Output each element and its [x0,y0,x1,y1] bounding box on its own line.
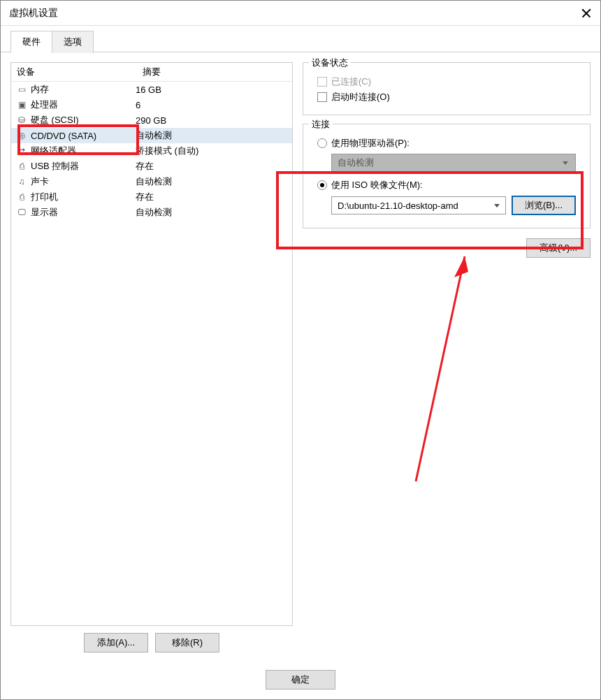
table-row-sound[interactable]: ♫ 声卡 自动检测 [11,174,292,189]
disk-icon: ⛁ [15,114,28,126]
table-row-disk[interactable]: ⛁ 硬盘 (SCSI) 290 GB [11,112,292,128]
browse-button[interactable]: 浏览(B)... [512,196,576,215]
use-iso-radio-row[interactable]: 使用 ISO 映像文件(M): [317,179,576,191]
window-title: 虚拟机设置 [9,7,581,20]
vm-settings-window: 虚拟机设置 硬件 选项 设备 摘要 ▭ 内存 16 GB ▣ [0,0,601,700]
use-physical-label: 使用物理驱动器(P): [331,137,410,150]
tab-bar: 硬件 选项 [1,26,600,52]
content-area: 设备 摘要 ▭ 内存 16 GB ▣ 处理器 6 ⛁ [1,52,600,662]
connect-poweron-checkbox-row[interactable]: 启动时连接(O) [317,91,576,103]
radio-icon [317,138,327,148]
iso-path-row: D:\ubuntu-21.10-desktop-amd 浏览(B)... [331,196,576,215]
memory-icon: ▭ [15,83,28,96]
hardware-table: 设备 摘要 ▭ 内存 16 GB ▣ 处理器 6 ⛁ [10,62,293,626]
connect-poweron-label: 启动时连接(O) [331,91,390,103]
dialog-footer: 确定 [1,662,600,699]
table-row-display[interactable]: 🖵 显示器 自动检测 [11,205,292,220]
table-row-cddvd[interactable]: ◎ CD/DVD (SATA) 自动检测 [11,128,292,143]
use-iso-label: 使用 ISO 映像文件(M): [331,179,423,191]
hardware-table-body: ▭ 内存 16 GB ▣ 处理器 6 ⛁ 硬盘 (SCSI) 290 GB [11,82,292,625]
connected-label: 已连接(C) [331,75,371,88]
col-device: 设备 [11,63,137,81]
device-status-title: 设备状态 [309,57,351,69]
checkbox-icon [317,92,327,102]
device-status-group: 设备状态 已连接(C) 启动时连接(O) [303,62,591,115]
table-row-cpu[interactable]: ▣ 处理器 6 [11,97,292,112]
cpu-icon: ▣ [15,99,28,111]
connected-checkbox-row[interactable]: 已连接(C) [317,75,576,88]
network-icon: ⇄ [15,145,28,157]
hardware-list-panel: 设备 摘要 ▭ 内存 16 GB ▣ 处理器 6 ⛁ [10,62,293,655]
advanced-button[interactable]: 高级(V)... [526,238,591,258]
printer-icon: ⎙ [15,191,28,203]
table-row-usb[interactable]: ⎙ USB 控制器 存在 [11,159,292,174]
advanced-row: 高级(V)... [303,237,591,259]
add-button[interactable]: 添加(A)... [84,633,148,652]
sound-icon: ♫ [15,175,28,188]
usb-icon: ⎙ [15,160,28,173]
table-row-printer[interactable]: ⎙ 打印机 存在 [11,189,292,205]
iso-path-select[interactable]: D:\ubuntu-21.10-desktop-amd [331,196,506,214]
display-icon: 🖵 [15,206,28,219]
connection-group: 连接 使用物理驱动器(P): 自动检测 使用 ISO 映像文件(M): D:\u… [303,124,591,228]
use-physical-radio-row[interactable]: 使用物理驱动器(P): [317,137,576,150]
close-icon[interactable] [581,8,592,19]
checkbox-icon [317,77,327,87]
details-panel: 设备状态 已连接(C) 启动时连接(O) 连接 使用物理驱动器(P): 自动检测 [303,62,591,655]
hardware-table-header: 设备 摘要 [11,63,292,82]
radio-icon [317,180,327,190]
remove-button[interactable]: 移除(R) [155,633,219,652]
titlebar: 虚拟机设置 [1,1,600,26]
table-row-memory[interactable]: ▭ 内存 16 GB [11,82,292,97]
col-summary: 摘要 [137,63,292,81]
tab-hardware[interactable]: 硬件 [10,31,52,53]
hardware-actions: 添加(A)... 移除(R) [10,626,293,655]
physical-drive-select: 自动检测 [331,154,576,172]
table-row-network[interactable]: ⇄ 网络适配器 桥接模式 (自动) [11,143,292,159]
disc-icon: ◎ [15,129,28,142]
ok-button[interactable]: 确定 [266,670,335,690]
connection-title: 连接 [309,118,333,131]
tab-options[interactable]: 选项 [52,31,94,53]
